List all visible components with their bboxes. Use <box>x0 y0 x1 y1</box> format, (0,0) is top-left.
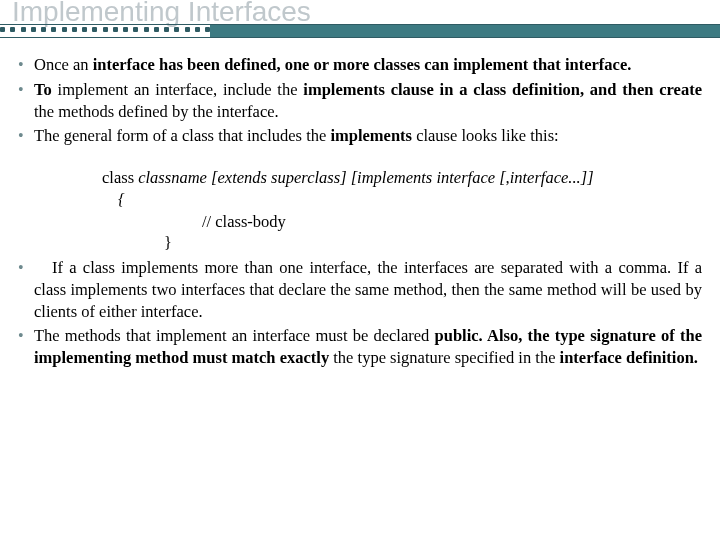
bullet-item: • The methods that implement an interfac… <box>18 325 702 369</box>
bullet-item: • The general form of a class that inclu… <box>18 125 702 147</box>
text-bold: interface definition. <box>560 348 698 367</box>
dot <box>154 27 159 32</box>
slide: Implementing Interfaces • Once an interf… <box>0 0 720 540</box>
text: } <box>164 233 172 252</box>
dot <box>164 27 169 32</box>
dot <box>133 27 138 32</box>
text: the methods defined by the interface. <box>34 102 279 121</box>
dot <box>31 27 36 32</box>
dot <box>92 27 97 32</box>
text: The general form of a class that include… <box>34 126 330 145</box>
text: implement an interface, include the <box>58 80 304 99</box>
code-line: class classname [extends superclass] [im… <box>34 167 702 189</box>
bullet-icon: • <box>18 326 24 345</box>
dot <box>0 27 5 32</box>
text-italic: { <box>118 190 125 209</box>
dot <box>123 27 128 32</box>
dot <box>62 27 67 32</box>
text: class <box>102 168 138 187</box>
dot <box>103 27 108 32</box>
dot <box>51 27 56 32</box>
code-line: // class-body <box>34 211 702 233</box>
dot <box>72 27 77 32</box>
bullet-icon: • <box>18 55 24 74</box>
bullet-list: • Once an interface has been defined, on… <box>18 54 702 369</box>
bullet-item: • Once an interface has been defined, on… <box>18 54 702 76</box>
text-bold: implements <box>330 126 416 145</box>
title-decoration <box>0 24 720 40</box>
text: Once an <box>34 55 93 74</box>
dot <box>82 27 87 32</box>
rule-bottom <box>0 37 720 38</box>
text: The methods that implement an interface … <box>34 326 435 345</box>
dot <box>144 27 149 32</box>
text: the type signature specified in the <box>333 348 559 367</box>
dot <box>113 27 118 32</box>
text-bold: interface has been defined, one or more … <box>93 55 632 74</box>
dot <box>21 27 26 32</box>
text: If a class implements more than one inte… <box>34 258 702 321</box>
bullet-icon: • <box>18 126 24 145</box>
content-area: • Once an interface has been defined, on… <box>0 40 720 369</box>
bullet-icon: • <box>18 258 24 277</box>
dots-row <box>0 27 210 32</box>
code-block: class classname [extends superclass] [im… <box>18 167 702 254</box>
dot <box>195 27 200 32</box>
title-bar: Implementing Interfaces <box>0 0 720 40</box>
dot <box>174 27 179 32</box>
bullet-item: • To implement an interface, include the… <box>18 79 702 123</box>
code-line: } <box>34 232 702 254</box>
dot <box>10 27 15 32</box>
teal-bar <box>210 25 720 37</box>
text-italic: classname [extends superclass] [implemen… <box>138 168 593 187</box>
text-bold: implements clause in a class definition,… <box>303 80 702 99</box>
dot <box>41 27 46 32</box>
bullet-item: • If a class implements more than one in… <box>18 257 702 322</box>
bullet-icon: • <box>18 80 24 99</box>
dot <box>185 27 190 32</box>
text: clause looks like this: <box>416 126 559 145</box>
text-bold: To <box>34 80 58 99</box>
code-line: { <box>34 189 702 211</box>
text: // class-body <box>202 212 286 231</box>
